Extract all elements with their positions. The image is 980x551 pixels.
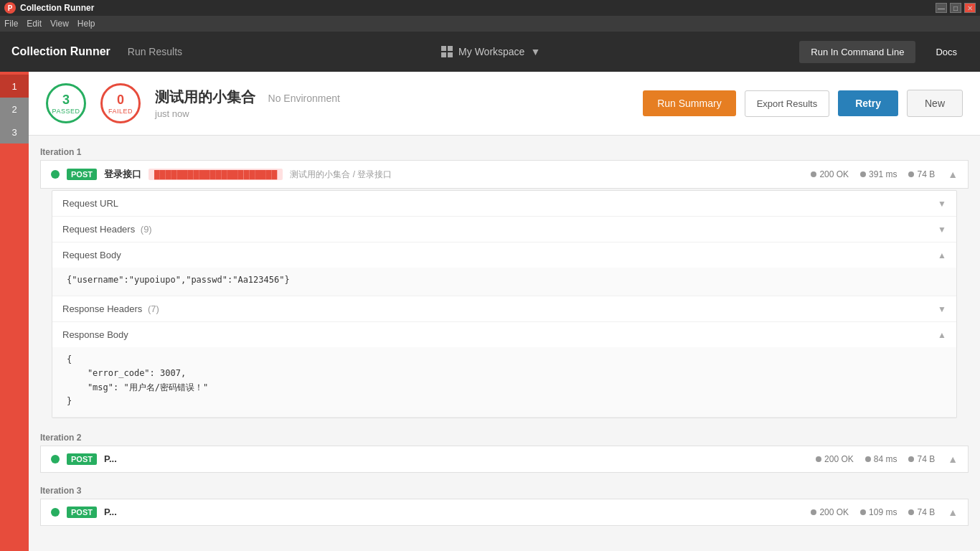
iteration-1-section: Iteration 1 POST 登录接口 ██████████████████… (29, 136, 980, 418)
environment-label: No Environment (268, 93, 340, 104)
method-badge-post-2: POST (67, 453, 97, 465)
request-name-1: 登录接口 (104, 168, 141, 181)
request-meta-2: 200 OK 84 ms 74 B (816, 454, 935, 464)
window-title: Collection Runner (20, 3, 94, 13)
response-headers-header[interactable]: Response Headers (7) (52, 296, 956, 321)
menu-edit[interactable]: Edit (27, 19, 42, 29)
new-button[interactable]: New (907, 90, 963, 117)
failed-count: 0 (117, 93, 124, 108)
main-content: 1 2 3 3 PASSED 0 FAILED 测试用的小集合 No Envir… (0, 72, 980, 551)
request-headers-label: Request Headers (9) (62, 224, 152, 235)
response-body-content: { "error_code": 3007, "msg": "用户名/密码错误！"… (52, 347, 956, 417)
response-headers-section: Response Headers (7) (52, 296, 956, 322)
close-button[interactable]: ✕ (964, 3, 976, 13)
retry-button[interactable]: Retry (838, 90, 898, 116)
sidebar-num-1[interactable]: 1 (0, 75, 29, 98)
timestamp: just now (155, 108, 628, 119)
status-dot-pass-2 (51, 455, 60, 463)
request-row-2[interactable]: POST P... 200 OK 84 ms 74 B ▲ (40, 446, 969, 473)
request-name-2: P... (104, 453, 117, 464)
failed-circle: 0 FAILED (100, 83, 141, 123)
method-badge-post-3: POST (67, 507, 97, 518)
iteration-2-section: Iteration 2 POST P... 200 OK 84 ms 74 B … (29, 421, 980, 473)
request-path-1: ██████████████████████ (149, 169, 283, 180)
title-bar: P Collection Runner — □ ✕ (0, 0, 980, 16)
iteration-1-label: Iteration 1 (40, 141, 969, 160)
collection-info: 测试用的小集合 No Environment just now (155, 88, 628, 119)
status-dot-pass (51, 170, 60, 179)
passed-count: 3 (62, 93, 70, 108)
sidebar-num-2[interactable]: 2 (0, 98, 29, 121)
request-url-chevron (938, 199, 946, 209)
nav-brand: Collection Runner (11, 45, 110, 58)
response-body-chevron (938, 330, 946, 340)
request-headers-header[interactable]: Request Headers (9) (52, 217, 956, 242)
top-nav: Collection Runner Run Results My Workspa… (0, 32, 980, 72)
command-line-button[interactable]: Run In Command Line (799, 41, 915, 63)
request-url-header[interactable]: Request URL (52, 191, 956, 216)
expand-button-1[interactable]: ▲ (948, 169, 958, 180)
request-row-3[interactable]: POST P... 200 OK 109 ms 74 B ▲ (40, 499, 969, 526)
breadcrumb-1: 测试用的小集合 / 登录接口 (290, 169, 392, 181)
workspace-label[interactable]: My Workspace (458, 46, 524, 57)
sidebar-numbers: 1 2 3 (0, 72, 29, 551)
status-dot-pass-3 (51, 508, 60, 517)
request-body-content: {"username":"yupoiupo","passwd":"Aa12345… (52, 268, 956, 296)
request-meta-1: 200 OK 391 ms 74 B (811, 169, 935, 179)
docs-button[interactable]: Docs (924, 41, 969, 63)
request-meta-3: 200 OK 109 ms 74 B (811, 507, 935, 517)
expand-button-2[interactable]: ▲ (948, 453, 958, 465)
nav-run-results[interactable]: Run Results (128, 46, 182, 57)
run-buttons: Run Summary Export Results Retry New (643, 90, 963, 117)
response-body-section: Response Body { "error_code": 3007, "msg… (52, 322, 956, 418)
response-headers-chevron (938, 304, 946, 314)
content-area: 3 PASSED 0 FAILED 测试用的小集合 No Environment… (29, 72, 980, 551)
workspace-chevron[interactable]: ▼ (530, 46, 540, 57)
request-body-section: Request Body {"username":"yupoiupo","pas… (52, 242, 956, 296)
request-name-3: P... (104, 507, 117, 517)
menu-view[interactable]: View (50, 19, 69, 29)
passed-circle: 3 PASSED (46, 83, 86, 123)
workspace-icon (441, 46, 453, 57)
menu-help[interactable]: Help (77, 19, 95, 29)
response-headers-label: Response Headers (7) (62, 303, 159, 314)
iteration-2-label: Iteration 2 (40, 427, 969, 446)
request-body-header[interactable]: Request Body (52, 242, 956, 268)
iteration-3-section: Iteration 3 POST P... 200 OK 109 ms 74 B… (29, 474, 980, 526)
dropdown-panel-1: Request URL Request Headers (9) (52, 190, 957, 418)
passed-label: PASSED (52, 108, 80, 115)
request-row-1[interactable]: POST 登录接口 ██████████████████████ 测试用的小集合… (40, 160, 969, 189)
request-headers-section: Request Headers (9) (52, 217, 956, 242)
request-headers-chevron (938, 225, 946, 235)
app-icon: P (4, 2, 16, 14)
response-body-header[interactable]: Response Body (52, 322, 956, 347)
request-body-label: Request Body (62, 250, 121, 260)
window-controls[interactable]: — □ ✕ (936, 3, 976, 13)
menu-bar: File Edit View Help (0, 16, 980, 32)
response-body-label: Response Body (62, 329, 128, 340)
request-url-label: Request URL (62, 198, 118, 209)
export-button[interactable]: Export Results (745, 90, 830, 117)
failed-label: FAILED (108, 108, 133, 115)
run-summary-bar: 3 PASSED 0 FAILED 测试用的小集合 No Environment… (29, 72, 980, 136)
iteration-3-label: Iteration 3 (40, 480, 969, 499)
collection-name: 测试用的小集合 No Environment (155, 88, 628, 107)
sidebar-num-3[interactable]: 3 (0, 121, 29, 143)
run-summary-button[interactable]: Run Summary (643, 90, 735, 116)
expand-button-3[interactable]: ▲ (948, 507, 958, 518)
request-url-section: Request URL (52, 191, 956, 217)
request-body-chevron (938, 250, 946, 260)
menu-file[interactable]: File (4, 19, 18, 29)
maximize-button[interactable]: □ (950, 3, 961, 13)
method-badge-post: POST (67, 169, 97, 180)
minimize-button[interactable]: — (936, 3, 947, 13)
